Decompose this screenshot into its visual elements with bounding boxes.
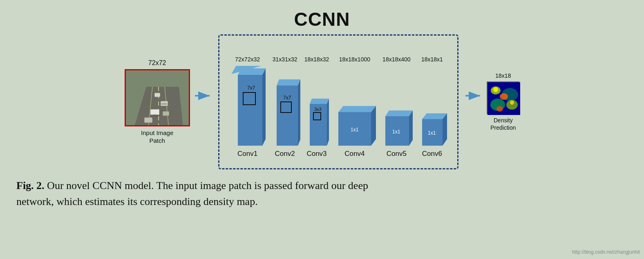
input-size-label: 72x72 bbox=[148, 59, 166, 67]
conv1-label: Conv1 bbox=[237, 150, 257, 158]
conv5-svg: 1x1 bbox=[380, 66, 413, 146]
svg-point-10 bbox=[150, 114, 159, 117]
svg-text:1x1: 1x1 bbox=[392, 129, 400, 135]
caption-text: Fig. 2. Our novel CCNN model. The input … bbox=[16, 178, 628, 209]
input-arrow bbox=[194, 90, 212, 101]
page-title: CCNN bbox=[16, 8, 628, 30]
output-arrow-svg bbox=[465, 90, 483, 101]
svg-marker-30 bbox=[338, 106, 376, 112]
svg-marker-35 bbox=[409, 110, 413, 146]
svg-text:7x7: 7x7 bbox=[247, 85, 255, 91]
conv6-unit: 18x18x1 1x1 Conv6 bbox=[417, 56, 447, 158]
conv3-size-label: 18x18x32 bbox=[304, 56, 329, 63]
svg-marker-25 bbox=[310, 99, 329, 104]
conv6-size-label: 18x18x1 bbox=[421, 56, 443, 63]
conv3-svg: 3x3 bbox=[304, 66, 329, 146]
svg-rect-9 bbox=[154, 93, 160, 97]
svg-point-51 bbox=[510, 101, 514, 105]
input-section: 72x72 bbox=[125, 59, 190, 145]
conv2-label: Conv2 bbox=[275, 150, 295, 158]
conv-blocks-container: 72x72x32 bbox=[230, 56, 447, 158]
caption-area: Fig. 2. Our novel CCNN model. The input … bbox=[16, 173, 628, 209]
svg-rect-8 bbox=[163, 111, 169, 116]
conv4-svg: 1x1 bbox=[333, 66, 376, 146]
density-image bbox=[487, 81, 519, 114]
dashed-box: 72x72x32 bbox=[218, 34, 459, 169]
svg-marker-21 bbox=[298, 79, 300, 146]
svg-marker-16 bbox=[262, 68, 266, 146]
svg-marker-31 bbox=[371, 106, 376, 146]
svg-point-11 bbox=[161, 103, 168, 105]
output-arrow bbox=[465, 90, 483, 101]
caption-normal: Our novel CCNN model. The input image pa… bbox=[16, 180, 368, 207]
svg-text:1x1: 1x1 bbox=[351, 127, 359, 133]
conv3-unit: 18x18x32 3x3 bbox=[304, 56, 329, 158]
svg-rect-5 bbox=[150, 109, 159, 115]
conv6-svg: 1x1 bbox=[417, 66, 447, 146]
conv5-label: Conv5 bbox=[387, 150, 407, 158]
conv6-label: Conv6 bbox=[422, 150, 442, 158]
input-image bbox=[125, 69, 190, 126]
main-container: CCNN 72x72 bbox=[0, 0, 644, 259]
conv5-size-label: 18x18x400 bbox=[382, 56, 411, 63]
conv1-unit: 72x72x32 bbox=[230, 56, 266, 158]
svg-point-50 bbox=[493, 87, 498, 92]
svg-text:7x7: 7x7 bbox=[283, 95, 291, 101]
svg-marker-26 bbox=[327, 99, 329, 146]
conv5-unit: 18x18x400 1x1 Conv5 bbox=[380, 56, 413, 158]
conv4-unit: 18x18x1000 1x1 Conv4 bbox=[333, 56, 376, 158]
svg-rect-7 bbox=[144, 117, 152, 123]
conv2-svg: 7x7 bbox=[270, 66, 300, 146]
svg-point-48 bbox=[500, 93, 508, 100]
highway-svg bbox=[126, 70, 190, 126]
density-caption: DensityPrediction bbox=[490, 117, 516, 131]
arrow-svg bbox=[194, 90, 212, 101]
svg-text:1x1: 1x1 bbox=[428, 130, 436, 136]
conv4-size-label: 18x18x1000 bbox=[339, 56, 370, 63]
diagram-wrapper: 72x72 bbox=[16, 34, 628, 169]
svg-marker-20 bbox=[277, 79, 300, 86]
watermark: http://blog.csdn.net/zhangjunhit bbox=[572, 249, 640, 255]
conv2-size-label: 31x31x32 bbox=[273, 56, 297, 63]
conv1-size-label: 72x72x32 bbox=[235, 56, 260, 63]
svg-marker-34 bbox=[385, 110, 413, 116]
conv2-unit: 31x31x32 7x7 bbox=[270, 56, 300, 158]
conv1-svg: 7x7 bbox=[230, 66, 266, 146]
input-caption: Input ImagePatch bbox=[141, 129, 173, 145]
caption-bold: Fig. 2. bbox=[16, 180, 45, 191]
output-size-label: 18x18 bbox=[495, 72, 511, 79]
input-image-inner bbox=[126, 70, 189, 125]
conv3-label: Conv3 bbox=[306, 150, 326, 158]
svg-point-49 bbox=[496, 106, 503, 112]
svg-text:3x3: 3x3 bbox=[314, 107, 322, 112]
conv4-label: Conv4 bbox=[344, 150, 364, 158]
conv1-top-face bbox=[231, 66, 262, 74]
density-map-svg bbox=[487, 82, 520, 115]
density-section: 18x18 bbox=[487, 72, 519, 131]
